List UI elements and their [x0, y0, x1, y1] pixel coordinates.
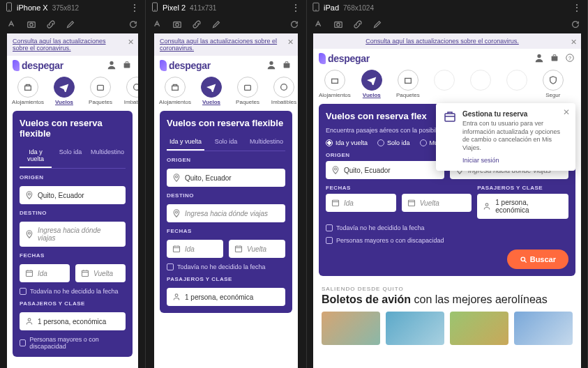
device-menu-button[interactable]: ⋮: [130, 2, 140, 13]
suitcase-icon[interactable]: [549, 53, 560, 64]
destination-tile[interactable]: [322, 312, 380, 345]
destination-tile[interactable]: [386, 312, 444, 345]
close-icon[interactable]: ✕: [571, 38, 577, 47]
covid-banner: Consulta aquí las actualizaciones sobre …: [154, 33, 298, 56]
destination-input[interactable]: Ingresa hacia dónde viajas: [167, 204, 285, 222]
date-return-input[interactable]: Vuelta: [75, 264, 126, 282]
brand-logo[interactable]: despegar: [13, 60, 63, 71]
passengers-label: PASAJEROS Y CLASE: [167, 276, 285, 282]
destination-tile[interactable]: [450, 312, 508, 345]
trip-tab-multi[interactable]: Multidestino: [248, 134, 285, 151]
tab-seguros[interactable]: Segur: [538, 70, 568, 98]
covid-banner-link[interactable]: Consulta aquí las actualizaciones sobre …: [13, 38, 106, 52]
user-icon[interactable]: [106, 60, 117, 71]
disability-checkbox[interactable]: Personas mayores o con discapacidad: [20, 336, 126, 350]
destination-input[interactable]: Ingresa hacia dónde viajas: [20, 222, 126, 247]
tab-paquetes[interactable]: Paquetes: [393, 70, 423, 98]
brand-logo[interactable]: despegar: [319, 53, 370, 64]
trip-tab-multi[interactable]: Multidestino: [89, 144, 126, 168]
no-date-checkbox[interactable]: Todavía no he decidido la fecha: [326, 224, 568, 231]
refresh-icon[interactable]: [289, 20, 299, 29]
close-icon[interactable]: ✕: [563, 107, 570, 117]
link-icon[interactable]: [353, 20, 363, 29]
trip-tab-oneway[interactable]: Solo ida: [54, 144, 86, 168]
origin-input[interactable]: Quito, Ecuador: [326, 161, 444, 179]
tab-imbatibles[interactable]: Imbatibles: [121, 77, 138, 105]
tab-vuelos[interactable]: Vuelos: [356, 70, 387, 98]
help-icon[interactable]: ?: [564, 53, 575, 64]
inspect-icon[interactable]: [153, 20, 163, 29]
svg-rect-5: [124, 63, 130, 68]
no-date-checkbox[interactable]: Todavía no he decidido la fecha: [20, 288, 126, 295]
edit-icon[interactable]: [211, 20, 221, 29]
tab-alojamientos[interactable]: Alojamientos: [160, 77, 190, 105]
destination-tile[interactable]: [514, 312, 573, 345]
brand-logo[interactable]: despegar: [160, 60, 211, 71]
tab-alojamientos[interactable]: Alojamientos: [13, 77, 43, 105]
screenshot-icon[interactable]: [27, 20, 36, 29]
refresh-icon[interactable]: [128, 20, 138, 29]
section-headline: Boletos de avión con las mejores aerolín…: [322, 293, 573, 306]
date-return-input[interactable]: Vuelta: [402, 194, 472, 212]
tab-imbatibles[interactable]: Imbatibles: [269, 77, 298, 105]
close-icon[interactable]: ✕: [128, 38, 134, 47]
date-depart-input[interactable]: Ida: [167, 240, 223, 258]
screenshot-icon[interactable]: [333, 20, 343, 29]
edit-icon[interactable]: [66, 20, 75, 29]
origin-label: ORIGEN: [326, 152, 444, 158]
edit-icon[interactable]: [372, 20, 382, 29]
devtools-toolbar: [146, 15, 306, 33]
tab-hidden[interactable]: [502, 70, 532, 98]
trip-tab-roundtrip[interactable]: Ida y vuelta: [20, 144, 52, 168]
manage-booking-tooltip: ✕ Gestiona tu reserva Entra con tu usuar…: [436, 103, 575, 171]
covid-banner-link[interactable]: Consulta aquí las actualizaciones sobre …: [365, 38, 519, 45]
tab-alojamientos[interactable]: Alojamientos: [319, 70, 351, 98]
dates-label: FECHAS: [20, 252, 126, 259]
inspect-icon[interactable]: [314, 20, 324, 29]
section-eyebrow: SALIENDO DESDE QUITO: [322, 286, 573, 292]
svg-rect-12: [82, 270, 89, 276]
trip-tab-oneway[interactable]: Solo ida: [207, 134, 245, 151]
tab-hidden[interactable]: [429, 70, 460, 98]
trip-radio-oneway[interactable]: Solo ida: [377, 139, 410, 146]
suitcase-icon[interactable]: [121, 60, 133, 71]
devtools-toolbar: [307, 15, 587, 33]
tooltip-login-link[interactable]: Iniciar sesión: [462, 157, 568, 164]
passengers-input[interactable]: 1 persona, económica: [167, 288, 285, 306]
suitcase-icon[interactable]: [281, 60, 292, 71]
trip-radio-roundtrip[interactable]: Ida y vuelta: [326, 139, 368, 146]
inspect-icon[interactable]: [7, 20, 17, 29]
link-icon[interactable]: [46, 20, 56, 29]
tab-paquetes[interactable]: Paquetes: [232, 77, 263, 105]
origin-input[interactable]: Quito, Ecuador: [167, 169, 285, 187]
user-icon[interactable]: [266, 60, 277, 71]
svg-point-22: [281, 84, 287, 91]
device-name: iPhone X: [17, 3, 48, 12]
screenshot-icon[interactable]: [172, 20, 182, 29]
close-icon[interactable]: ✕: [287, 38, 294, 47]
disability-checkbox[interactable]: Personas mayores o con discapacidad: [326, 237, 568, 244]
user-icon[interactable]: [534, 53, 545, 64]
search-button[interactable]: Buscar: [507, 250, 568, 269]
origin-label: ORIGEN: [20, 174, 126, 181]
device-menu-button[interactable]: ⋮: [572, 2, 582, 13]
date-return-input[interactable]: Vuelta: [229, 240, 285, 258]
device-menu-button[interactable]: ⋮: [291, 2, 301, 13]
logo-mark-icon: [160, 60, 167, 71]
passengers-input[interactable]: 1 persona, económica: [20, 312, 126, 330]
date-depart-input[interactable]: Ida: [20, 264, 70, 282]
covid-banner-link[interactable]: Consulta aquí las actualizaciones sobre …: [160, 38, 277, 52]
device-name: iPad: [324, 3, 339, 12]
trip-tab-roundtrip[interactable]: Ida y vuelta: [167, 134, 204, 151]
date-depart-input[interactable]: Ida: [326, 194, 396, 212]
refresh-icon[interactable]: [571, 20, 580, 29]
passengers-input[interactable]: 1 persona, económica: [477, 194, 568, 219]
tooltip-title: Gestiona tu reserva: [462, 110, 568, 118]
tab-paquetes[interactable]: Paquetes: [85, 77, 116, 105]
tab-vuelos[interactable]: Vuelos: [49, 77, 80, 105]
origin-input[interactable]: Quito, Ecuador: [20, 186, 126, 204]
no-date-checkbox[interactable]: Todavía no he decidido la fecha: [167, 263, 285, 270]
tab-hidden[interactable]: [465, 70, 496, 98]
tab-vuelos[interactable]: Vuelos: [196, 77, 227, 105]
link-icon[interactable]: [192, 20, 202, 29]
